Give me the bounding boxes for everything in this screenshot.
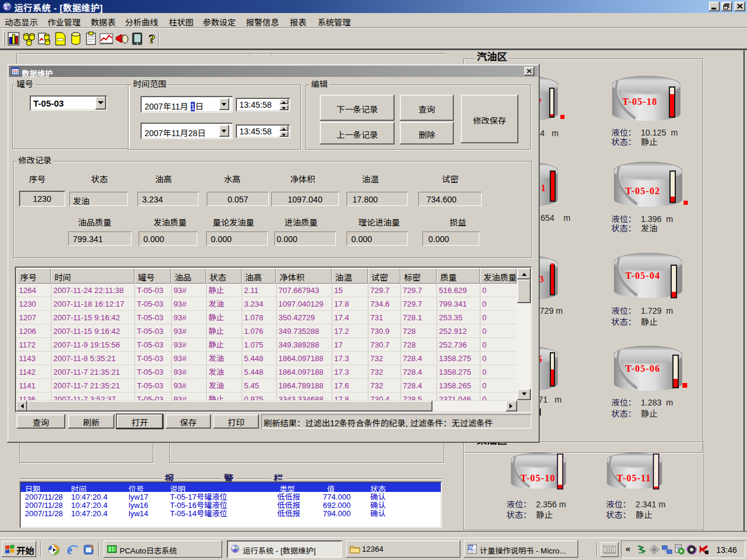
- svg-text:?: ?: [149, 31, 155, 46]
